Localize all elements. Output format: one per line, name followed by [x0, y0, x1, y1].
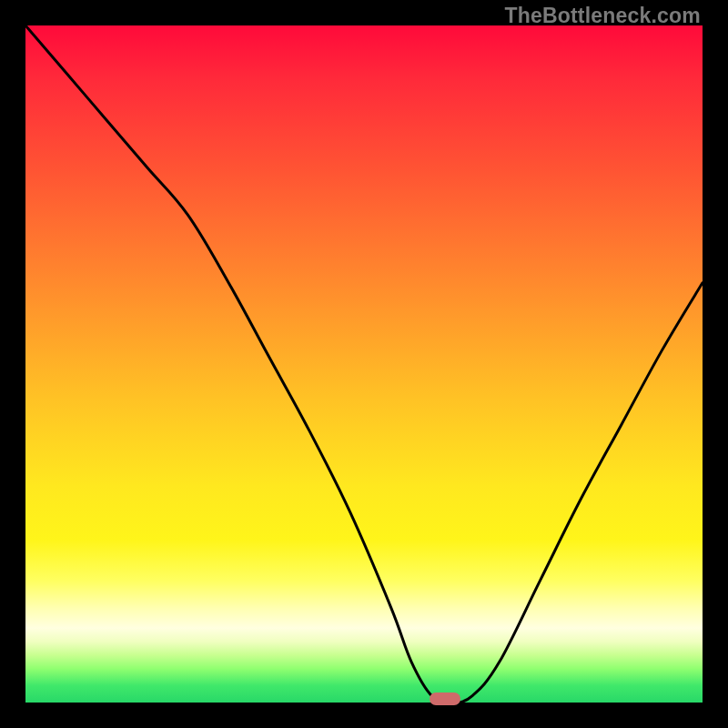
plot-area: [25, 25, 703, 703]
chart-frame: TheBottleneck.com: [0, 0, 728, 728]
bottleneck-curve: [25, 25, 703, 703]
optimal-marker: [430, 693, 460, 705]
watermark-text: TheBottleneck.com: [504, 4, 701, 28]
